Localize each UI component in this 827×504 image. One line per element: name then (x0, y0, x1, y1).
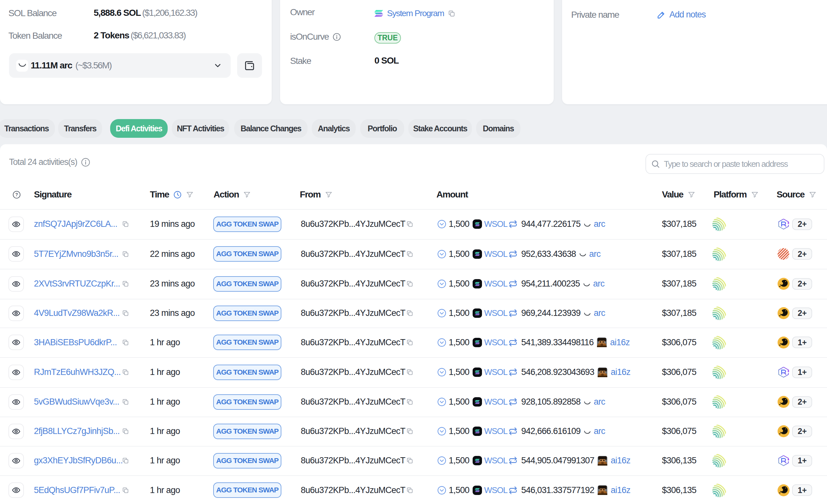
svg-text:?: ? (15, 192, 18, 197)
